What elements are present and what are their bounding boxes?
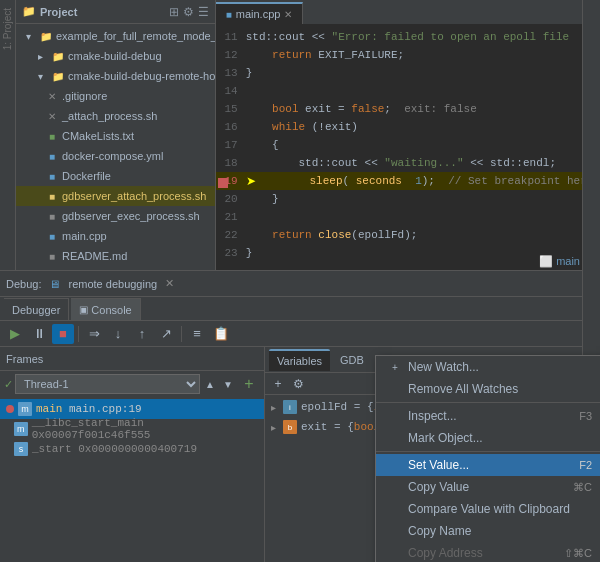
menu-item-copy-name-left: Copy Name xyxy=(388,524,471,538)
code-line-22: 22 return close(epollFd); xyxy=(216,226,600,244)
tree-item-cmake[interactable]: ■ CMakeLists.txt xyxy=(16,126,215,146)
tab-debugger[interactable]: Debugger xyxy=(4,298,69,320)
line-content-13: } xyxy=(246,67,253,79)
menu-item-new-watch-left: + New Watch... xyxy=(388,360,479,374)
tree-item-docker-label: docker-compose.yml xyxy=(62,150,163,162)
memory-button[interactable]: 📋 xyxy=(210,324,232,344)
menu-item-remove-watches[interactable]: Remove All Watches xyxy=(376,378,600,400)
tree-item-dockerfile[interactable]: ■ Dockerfile xyxy=(16,166,215,186)
tree-item-root[interactable]: ▾ 📁 example_for_full_remote_mode_of_clio… xyxy=(16,26,215,46)
tree-item-gdbserver-exec[interactable]: ■ gdbserver_exec_process.sh xyxy=(16,206,215,226)
line-content-17: { xyxy=(246,139,279,151)
project-tab[interactable]: 1: Project xyxy=(0,0,15,58)
menu-sep-2 xyxy=(376,451,600,452)
tree-item-readme[interactable]: ■ README.md xyxy=(16,246,215,266)
step-out-button[interactable]: ↑ xyxy=(131,324,153,344)
step-over-button[interactable]: ⇒ xyxy=(83,324,105,344)
tree-item-main-cpp[interactable]: ■ main.cpp xyxy=(16,226,215,246)
line-num-12: 12 xyxy=(216,49,246,61)
menu-item-copy-address[interactable]: Copy Address ⇧⌘C xyxy=(376,542,600,562)
menu-item-copy-value[interactable]: Copy Value ⌘C xyxy=(376,476,600,498)
inspect-icon xyxy=(388,409,402,423)
pause-button[interactable]: ⏸ xyxy=(28,324,50,344)
folder-open-icon-2: ▾ xyxy=(32,68,48,84)
tree-item-run[interactable]: ■ run_project.sh xyxy=(16,266,215,270)
copy-address-icon xyxy=(388,546,402,560)
thread-up-button[interactable]: ▲ xyxy=(202,376,218,392)
var-expand-icon2: ▸ xyxy=(271,422,283,433)
settings-icon[interactable]: ⚙ xyxy=(183,5,194,19)
remove-watch-icon xyxy=(388,382,402,396)
mark-object-label: Mark Object... xyxy=(408,431,483,445)
line-content-12: return EXIT_FAILURE; xyxy=(246,49,404,61)
line-content-23: } xyxy=(246,247,253,259)
current-line-arrow: ➤ xyxy=(246,174,256,188)
tree-item-gitignore[interactable]: ✕ .gitignore xyxy=(16,86,215,106)
tree-item-cmake-remote-label: cmake-build-debug-remote-host xyxy=(68,70,215,82)
thread-nav: ▲ ▼ xyxy=(202,376,236,392)
tab-gdb[interactable]: GDB xyxy=(332,349,372,371)
tree-item-cmake-debug[interactable]: ▸ 📁 cmake-build-debug xyxy=(16,46,215,66)
tree-item-gdbserver-attach[interactable]: ■ gdbserver_attach_process.sh xyxy=(16,186,215,206)
tree-item-dockerfile-label: Dockerfile xyxy=(62,170,111,182)
add-thread-button[interactable]: + xyxy=(238,374,260,394)
frames-header: Frames xyxy=(0,347,264,371)
line-content-11: std::cout << "Error: failed to open an e… xyxy=(246,31,569,43)
stop-button[interactable]: ■ xyxy=(52,324,74,344)
frame-start-icon: s xyxy=(14,442,28,456)
add-watch-toolbar-button[interactable]: + xyxy=(269,375,287,393)
debug-close-btn[interactable]: ✕ xyxy=(165,277,174,290)
frame-item-start[interactable]: s _start 0x0000000000400719 xyxy=(0,439,264,459)
tree-item-attach[interactable]: ✕ _attach_process.sh xyxy=(16,106,215,126)
menu-item-set-value[interactable]: Set Value... F2 xyxy=(376,454,600,476)
thread-dropdown[interactable]: Thread-1 xyxy=(15,374,200,394)
editor-tab-main-cpp[interactable]: ■ main.cpp ✕ xyxy=(216,2,304,24)
code-line-16: 16 while (!exit) xyxy=(216,118,600,136)
frames-label: Frames xyxy=(6,353,43,365)
run-file-icon: ■ xyxy=(44,268,60,270)
menu-item-set-left: Set Value... xyxy=(388,458,469,472)
inspect-label: Inspect... xyxy=(408,409,457,423)
tab-variables[interactable]: Variables xyxy=(269,349,330,371)
menu-item-copy-name[interactable]: Copy Name xyxy=(376,520,600,542)
resume-button[interactable]: ▶ xyxy=(4,324,26,344)
var-expand-icon: ▸ xyxy=(271,402,283,413)
evaluate-button[interactable]: ≡ xyxy=(186,324,208,344)
run-to-cursor-button[interactable]: ↗ xyxy=(155,324,177,344)
set-value-shortcut: F2 xyxy=(579,459,592,471)
tree-item-cmake-debug-remote[interactable]: ▾ 📁 cmake-build-debug-remote-host xyxy=(16,66,215,86)
menu-item-new-watch[interactable]: + New Watch... xyxy=(376,356,600,378)
editor-tab-label: main.cpp xyxy=(236,8,281,20)
menu-item-inspect[interactable]: Inspect... F3 xyxy=(376,405,600,427)
tab-console[interactable]: ▣ Console xyxy=(71,298,140,320)
project-icon: 📁 xyxy=(38,28,54,44)
menu-item-mark-object[interactable]: Mark Object... xyxy=(376,427,600,449)
code-line-14: 14 xyxy=(216,82,600,100)
tree-item-gitignore-label: .gitignore xyxy=(62,90,107,102)
menu-icon[interactable]: ☰ xyxy=(198,5,209,19)
project-panel-title: Project xyxy=(40,6,165,18)
frame-libc-label: __libc_start_main 0x00007f001c46f555 xyxy=(32,417,258,441)
thread-down-button[interactable]: ▼ xyxy=(220,376,236,392)
settings-watch-button[interactable]: ⚙ xyxy=(289,375,307,393)
line-num-11: 11 xyxy=(216,31,246,43)
var-icon-epollfd: i xyxy=(283,400,297,414)
line-num-13: 13 xyxy=(216,67,246,79)
line-num-15: 15 xyxy=(216,103,246,115)
expand-icon[interactable]: ⊞ xyxy=(169,5,179,19)
thread-check-icon: ✓ xyxy=(4,378,13,391)
tree-item-label: example_for_full_remote_mode_of_clion... xyxy=(56,30,215,42)
frame-item-main[interactable]: m main main.cpp:19 xyxy=(0,399,264,419)
code-line-15: 15 bool exit = false; exit: false xyxy=(216,100,600,118)
step-into-button[interactable]: ↓ xyxy=(107,324,129,344)
function-icon: ⬜ xyxy=(539,255,553,267)
compare-value-label: Compare Value with Clipboard xyxy=(408,502,570,516)
tree-item-docker-compose[interactable]: ■ docker-compose.yml xyxy=(16,146,215,166)
frame-item-libc[interactable]: m __libc_start_main 0x00007f001c46f555 xyxy=(0,419,264,439)
sh-active-file-icon: ■ xyxy=(44,188,60,204)
line-content-16: while (!exit) xyxy=(246,121,358,133)
folder-closed-icon: ▸ xyxy=(32,48,48,64)
close-tab-button[interactable]: ✕ xyxy=(284,9,292,20)
menu-item-compare-value[interactable]: Compare Value with Clipboard xyxy=(376,498,600,520)
line-content-22: return close(epollFd); xyxy=(246,229,418,241)
